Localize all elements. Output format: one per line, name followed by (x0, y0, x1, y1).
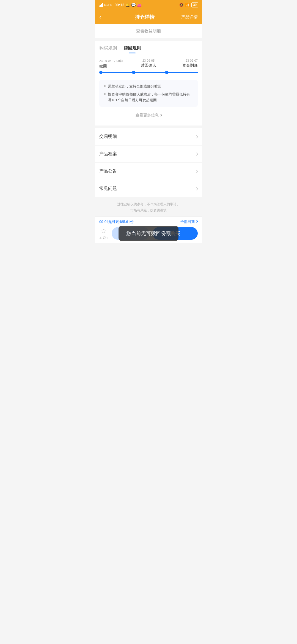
tab-redeem[interactable]: 赎回规则 (123, 45, 141, 53)
timeline-date-2: 23-09-05 (142, 59, 155, 62)
timeline-labels: 23-09-04 17:00前 赎回 23-09-05 赎回确认 23-09-0… (99, 59, 198, 69)
menu-label-transactions: 交易明细 (99, 134, 117, 140)
rules-info-box: 需主动发起，支持全部或部分赎回 投资者申购份额确认成功后，每一份额均需最低持有满… (99, 80, 198, 107)
disclaimer: 过往业绩仅供参考，不作为管理人的承诺。 市场有风险，投资需谨慎 (95, 198, 202, 216)
timeline-line-3 (168, 72, 198, 73)
timeline-step-1: 23-09-04 17:00前 赎回 (99, 59, 132, 69)
star-icon: ☆ (101, 227, 107, 235)
product-detail-link[interactable]: 产品详情 (181, 15, 198, 20)
back-button[interactable]: ‹ (99, 13, 108, 21)
timeline-track (99, 70, 198, 74)
more-info-link[interactable]: 查看更多信息 (99, 111, 198, 120)
page-header: ‹ 持仓详情 产品详情 (95, 10, 202, 24)
view-earnings-button[interactable]: 查看收益明细 (95, 24, 202, 38)
tab-buy[interactable]: 购买规则 (99, 45, 117, 53)
timeline-dot-3 (165, 71, 168, 74)
bullet-icon-1 (104, 85, 106, 87)
chevron-right-icon-transactions (195, 135, 198, 138)
battery-display: 39 (191, 2, 198, 7)
info-item-1: 需主动发起，支持全部或部分赎回 (104, 84, 193, 89)
date-chevron-icon (196, 220, 198, 223)
menu-item-faq[interactable]: 常见问题 (95, 180, 202, 197)
status-bar: 4G HD 00:12 🔔 💬 👛 🔕 📶 39 (95, 0, 202, 10)
more-info-text: 查看更多信息 (136, 113, 159, 118)
redeem-info-link[interactable]: 09-04起可赎485.61份 (99, 219, 134, 224)
timeline-date-3: 23-09-07 (186, 59, 198, 62)
bottom-info-row: 09-04起可赎485.61份 全部日期 (99, 219, 198, 224)
message-icon: 💬 (131, 3, 136, 7)
timeline-line-1 (103, 72, 132, 73)
network-type: 4G HD (104, 4, 112, 7)
rules-tabs: 购买规则 赎回规则 (99, 41, 198, 53)
chevron-right-icon-faq (195, 187, 198, 190)
timeline-dot-1 (99, 71, 103, 74)
chevron-right-icon-announcement (195, 170, 198, 173)
signal-icon (99, 3, 103, 7)
disclaimer-line2: 市场有风险，投资需谨慎 (100, 208, 197, 214)
favorite-label: 加关注 (99, 236, 108, 240)
info-text-2: 投资者申购份额确认成功后，每一份额均需最低持有满181个自然日后方可发起赎回 (108, 92, 193, 103)
timeline-name-2: 赎回确认 (141, 63, 156, 68)
timeline-line-2 (135, 72, 165, 73)
date-label: 全部日期 (180, 219, 195, 224)
menu-label-profile: 产品档案 (99, 151, 117, 157)
info-item-2: 投资者申购份额确认成功后，每一份额均需最低持有满181个自然日后方可发起赎回 (104, 92, 193, 103)
page-title: 持仓详情 (135, 14, 155, 20)
timeline-name-1: 赎回 (99, 64, 107, 69)
menu-item-transactions[interactable]: 交易明细 (95, 128, 202, 145)
rules-card: 购买规则 赎回规则 23-09-04 17:00前 赎回 23-09-05 赎回… (95, 41, 202, 125)
notification-icon: 🔔 (125, 3, 130, 7)
more-info-chevron-icon (159, 114, 162, 117)
mute-icon: 🔕 (179, 3, 183, 7)
menu-label-announcement: 产品公告 (99, 168, 117, 174)
menu-item-profile[interactable]: 产品档案 (95, 146, 202, 162)
timeline-step-2: 23-09-05 赎回确认 (132, 59, 165, 68)
menu-label-faq: 常见问题 (99, 186, 117, 192)
wifi-icon: 📶 (185, 3, 190, 7)
disclaimer-line1: 过往业绩仅供参考，不作为管理人的承诺。 (100, 201, 197, 208)
bullet-icon-2 (104, 93, 106, 95)
chevron-right-icon-profile (195, 152, 198, 155)
timeline-dot-2 (132, 71, 135, 74)
toast-notification: 您当前无可赎回份额 (119, 226, 178, 241)
date-filter-link[interactable]: 全部日期 (180, 219, 198, 224)
menu-item-announcement[interactable]: 产品公告 (95, 163, 202, 180)
info-text-1: 需主动发起，支持全部或部分赎回 (108, 84, 161, 89)
timeline-step-3: 23-09-07 资金到账 (165, 59, 198, 68)
status-left: 4G HD 00:12 🔔 💬 👛 (99, 3, 142, 7)
time-display: 00:12 (115, 3, 125, 7)
wallet-icon: 👛 (137, 3, 142, 7)
favorite-button[interactable]: ☆ 加关注 (99, 227, 108, 240)
status-right: 🔕 📶 39 (179, 2, 198, 7)
timeline-date-1: 23-09-04 17:00前 (99, 59, 123, 63)
timeline-name-3: 资金到账 (182, 63, 198, 68)
